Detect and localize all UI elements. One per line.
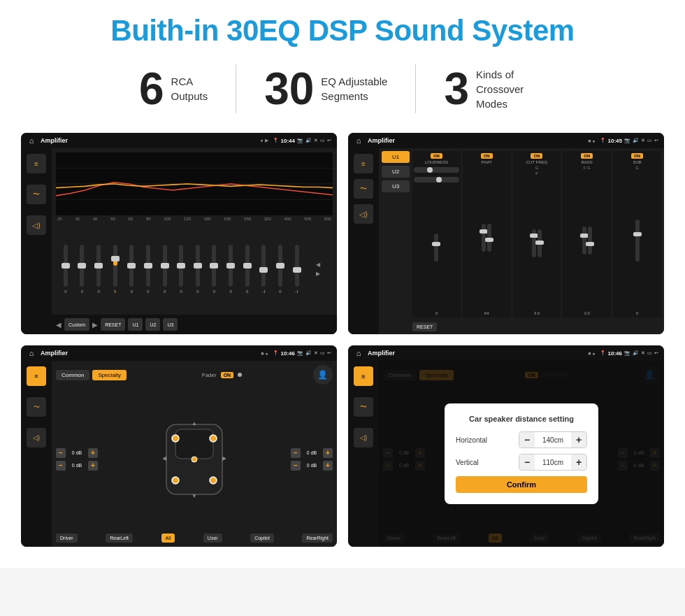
sp-wave-icon[interactable]: 〜 <box>27 397 46 417</box>
sp-tab-common[interactable]: Common <box>56 370 89 380</box>
eq-wave-icon[interactable]: 〜 <box>27 185 46 204</box>
fader-label: Fader <box>202 372 217 378</box>
horizontal-minus-btn[interactable]: − <box>519 432 535 447</box>
loudness-vslider[interactable] <box>434 234 438 262</box>
loudness-h-slider[interactable] <box>414 167 459 173</box>
eq-slider-3[interactable]: 5 <box>113 245 117 294</box>
sp-speaker-icon[interactable]: ◁) <box>27 428 46 447</box>
xover-u2-btn[interactable]: U2 <box>382 166 410 178</box>
sp-home-icon[interactable]: ⌂ <box>27 348 36 358</box>
sp-bottom-buttons: Driver RearLeft All User Copilot RearRig… <box>56 533 333 543</box>
sp-right-minus-2[interactable]: − <box>291 461 301 471</box>
phat-vslider2[interactable] <box>487 224 491 252</box>
loudness-on[interactable]: ON <box>431 153 442 159</box>
eq-speaker-icon[interactable]: ◁) <box>27 215 46 235</box>
xover-filter-icon[interactable]: ≡ <box>354 154 373 173</box>
sp-user-btn[interactable]: User <box>203 533 222 543</box>
svg-point-9 <box>210 477 217 484</box>
crossover-content-area: ≡ 〜 ◁) U1 U2 U3 <box>348 148 664 334</box>
bass-vslider1[interactable] <box>582 227 586 255</box>
dist-filter-icon[interactable]: ≡ <box>354 366 373 386</box>
sp-all-btn[interactable]: All <box>161 533 175 543</box>
phat-on[interactable]: ON <box>481 153 493 159</box>
eq-custom-btn[interactable]: Custom <box>64 318 89 331</box>
stat-eq: 30 EQ Adjustable Segments <box>236 66 415 111</box>
sp-rearleft-btn[interactable]: RearLeft <box>106 533 133 543</box>
distance-dialog-overlay: Car speaker distance setting Horizontal … <box>379 361 664 547</box>
sub-on[interactable]: ON <box>631 153 643 159</box>
stat-rca-text: RCA Outputs <box>171 74 208 103</box>
bass-on[interactable]: ON <box>581 153 593 159</box>
eq-slider-4[interactable]: 0 <box>129 245 134 294</box>
eq-u1-btn[interactable]: U1 <box>128 318 143 331</box>
eq-sidebar: ≡ 〜 ◁) <box>21 148 52 334</box>
eq-next-btn[interactable]: ▶ <box>92 321 98 329</box>
speaker-car-diagram: ▲ ▼ ◀ ▶ <box>102 387 287 531</box>
eq-slider-1[interactable]: 0 <box>80 245 84 294</box>
eq-slider-8[interactable]: 0 <box>196 245 200 294</box>
eq-slider-13[interactable]: 0 <box>278 245 282 294</box>
sub-vslider1[interactable] <box>635 220 640 262</box>
eq-slider-11[interactable]: 0 <box>245 245 250 294</box>
sp-rearright-btn[interactable]: RearRight <box>302 533 333 543</box>
xover-u3-btn[interactable]: U3 <box>382 180 410 192</box>
sp-copilot-btn[interactable]: Copilot <box>250 533 274 543</box>
cutfreq-val: 3.0 <box>534 311 540 315</box>
bass-vslider2[interactable] <box>588 227 592 255</box>
dist-dots: ■ ● <box>588 351 595 356</box>
eq-arrows[interactable]: ◀▶ <box>311 262 325 277</box>
eq-u2-btn[interactable]: U2 <box>145 318 160 331</box>
eq-slider-14[interactable]: -1 <box>295 245 299 294</box>
eq-slider-6[interactable]: 0 <box>163 245 167 294</box>
eq-slider-12[interactable]: -1 <box>261 245 266 294</box>
fader-on-badge[interactable]: ON <box>221 372 234 378</box>
eq-filter-icon[interactable]: ≡ <box>27 154 46 173</box>
sp-left-minus-1[interactable]: − <box>56 448 66 458</box>
cutfreq-on[interactable]: ON <box>531 153 542 159</box>
sp-right-minus-1[interactable]: − <box>291 448 301 458</box>
sp-left-minus-2[interactable]: − <box>56 461 66 471</box>
sp-right-plus-1[interactable]: + <box>323 448 333 458</box>
xover-reset-btn[interactable]: RESET <box>412 322 437 331</box>
horizontal-plus-btn[interactable]: + <box>571 432 586 447</box>
dist-wave-icon[interactable]: 〜 <box>354 397 373 417</box>
sp-left-plus-2[interactable]: + <box>88 461 98 471</box>
confirm-button[interactable]: Confirm <box>456 476 587 493</box>
crossover-screen: ⌂ Amplifier ■ ● 📍 10:45 📷 🔊 ✕ ▭ ↩ ≡ 〜 ◁) <box>348 133 664 334</box>
page-title: Buith-in 30EQ DSP Sound System <box>21 14 664 48</box>
eq-reset-btn[interactable]: RESET <box>101 318 125 331</box>
sp-time: 10:46 <box>281 350 295 357</box>
xover-back-icon: ↩ <box>654 138 658 143</box>
speaker-content-area: ≡ 〜 ◁) Common Specialty Fader ON <box>21 361 337 547</box>
xover-wave-icon[interactable]: 〜 <box>354 179 373 199</box>
dist-location-icon: 📍 <box>600 350 606 356</box>
dist-home-icon[interactable]: ⌂ <box>354 348 363 358</box>
sp-filter-icon[interactable]: ≡ <box>27 366 46 386</box>
eq-main-area: 25 32 40 50 63 80 100 125 160 200 250 32… <box>52 148 337 334</box>
person-avatar-icon: 👤 <box>313 365 333 385</box>
eq-slider-9[interactable]: 0 <box>212 245 216 294</box>
eq-slider-7[interactable]: 0 <box>179 245 183 294</box>
home-icon[interactable]: ⌂ <box>27 136 36 145</box>
loudness-h-slider2[interactable] <box>414 177 459 182</box>
eq-u3-btn[interactable]: U3 <box>163 318 178 331</box>
crossover-sidebar: ≡ 〜 ◁) <box>348 148 379 334</box>
eq-slider-10[interactable]: 0 <box>229 245 233 294</box>
eq-slider-5[interactable]: 0 <box>146 245 150 294</box>
back-icon: ↩ <box>327 138 331 143</box>
xover-u1-btn[interactable]: U1 <box>382 151 410 163</box>
sp-tab-specialty[interactable]: Specialty <box>92 370 126 380</box>
dist-speaker-icon[interactable]: ◁) <box>354 428 373 447</box>
xover-home-icon[interactable]: ⌂ <box>354 136 363 145</box>
svg-point-7 <box>210 435 217 442</box>
eq-prev-btn[interactable]: ◀ <box>56 321 62 329</box>
eq-slider-0[interactable]: 0 <box>64 245 68 294</box>
eq-slider-2[interactable]: 0 <box>96 245 101 294</box>
vertical-plus-btn[interactable]: + <box>571 454 586 470</box>
xover-speaker-icon[interactable]: ◁) <box>354 204 373 224</box>
vertical-minus-btn[interactable]: − <box>519 454 535 470</box>
sp-left-plus-1[interactable]: + <box>88 448 98 458</box>
cutfreq-vslider2[interactable] <box>538 229 542 257</box>
sp-driver-btn[interactable]: Driver <box>56 533 78 543</box>
sp-right-plus-2[interactable]: + <box>323 461 333 471</box>
